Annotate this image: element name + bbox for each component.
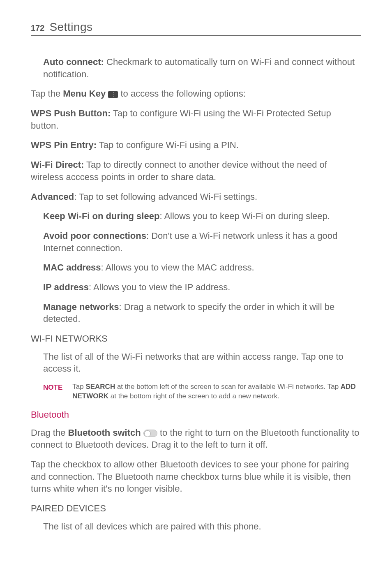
content: Auto connect: Checkmark to automatically…	[31, 56, 361, 532]
menu-key-icon	[108, 91, 118, 98]
keep-wifi-para: Keep Wi-Fi on during sleep: Allows you t…	[43, 210, 361, 222]
note-post: at the bottom right of the screen to add…	[108, 392, 279, 400]
header-title: Settings	[49, 21, 92, 34]
bluetooth-checkbox-para: Tap the checkbox to allow other Bluetoot…	[31, 458, 361, 495]
bluetooth-switch-label: Bluetooth switch	[68, 428, 141, 438]
menu-key-label: Menu Key	[63, 88, 106, 99]
note-label: NOTE	[43, 382, 62, 393]
advanced-label: Advanced	[31, 192, 74, 202]
advanced-para: Advanced: Tap to set following advanced …	[31, 191, 361, 203]
keep-wifi-label: Keep Wi-Fi on during sleep	[43, 211, 159, 221]
manage-networks-para: Manage networks: Drag a network to speci…	[43, 301, 361, 325]
avoid-poor-para: Avoid poor connections: Don't use a Wi-F…	[43, 230, 361, 254]
note-search: SEARCH	[85, 383, 115, 391]
auto-connect-label: Auto connect:	[43, 57, 104, 67]
wps-pin-text: Tap to configure Wi-Fi using a PIN.	[97, 140, 239, 150]
menu-key-para: Tap the Menu Key to access the following…	[31, 88, 361, 100]
menu-key-post: to access the following options:	[118, 88, 246, 99]
paired-devices-desc: The list of all devices which are paired…	[43, 520, 361, 533]
bluetooth-heading: Bluetooth	[31, 409, 361, 421]
note-pre: Tap	[72, 383, 85, 391]
wps-pin-label: WPS Pin Entry:	[31, 140, 97, 150]
menu-key-pre: Tap the	[31, 88, 63, 99]
page-number: 172	[31, 23, 44, 33]
mac-address-text: : Allows you to view the MAC address.	[101, 262, 254, 273]
keep-wifi-text: : Allows you to keep Wi-Fi on during sle…	[159, 211, 330, 221]
wps-push-label: WPS Push Button:	[31, 108, 111, 118]
header: 172 Settings	[31, 21, 361, 36]
note-row: NOTE Tap SEARCH at the bottom left of th…	[43, 382, 361, 401]
mac-address-para: MAC address: Allows you to view the MAC …	[43, 261, 361, 274]
note-text: Tap SEARCH at the bottom left of the scr…	[72, 382, 361, 401]
wifi-networks-heading: WI-FI NETWORKS	[31, 333, 361, 345]
manage-networks-label: Manage networks	[43, 302, 119, 312]
ip-address-label: IP address	[43, 282, 89, 292]
paired-devices-heading: PAIRED DEVICES	[31, 502, 361, 515]
bluetooth-pre: Drag the	[31, 428, 68, 438]
ip-address-text: : Allows you to view the IP address.	[89, 282, 230, 292]
ip-address-para: IP address: Allows you to view the IP ad…	[43, 281, 361, 294]
wps-pin-para: WPS Pin Entry: Tap to configure Wi-Fi us…	[31, 139, 361, 151]
advanced-text: : Tap to set following advanced Wi-Fi se…	[74, 192, 257, 202]
mac-address-label: MAC address	[43, 262, 101, 273]
page: 172 Settings Auto connect: Checkmark to …	[0, 0, 392, 560]
note-mid: at the bottom left of the screen to scan…	[115, 383, 341, 391]
bluetooth-switch-para: Drag the Bluetooth switch to the right t…	[31, 427, 361, 451]
avoid-poor-label: Avoid poor connections	[43, 231, 146, 241]
wifi-direct-label: Wi-Fi Direct:	[31, 159, 84, 170]
wifi-direct-para: Wi-Fi Direct: Tap to directly connect to…	[31, 159, 361, 183]
wifi-networks-desc: The list of all of the Wi-Fi networks th…	[43, 351, 361, 375]
wps-push-para: WPS Push Button: Tap to configure Wi-Fi …	[31, 107, 361, 132]
auto-connect-para: Auto connect: Checkmark to automatically…	[43, 56, 361, 80]
switch-icon	[143, 430, 157, 437]
